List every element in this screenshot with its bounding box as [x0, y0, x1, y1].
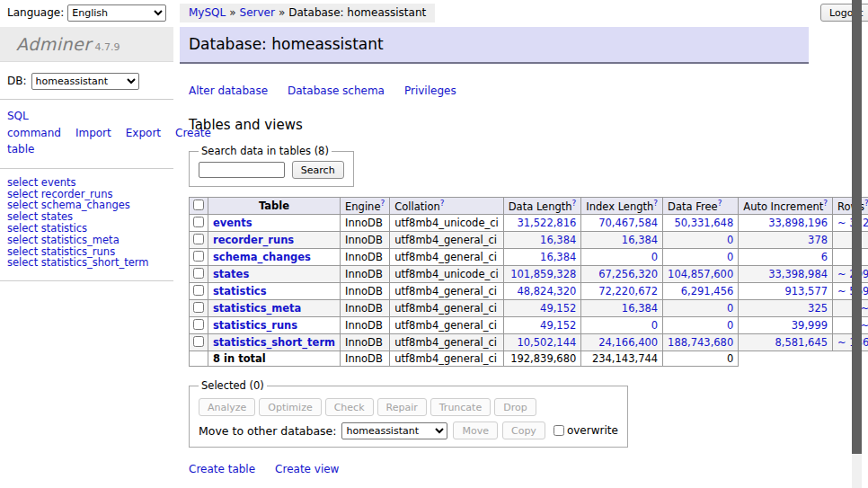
auto-increment-link[interactable]: 33,398,984 — [768, 268, 828, 280]
overwrite-checkbox[interactable] — [554, 425, 564, 436]
data-length-link[interactable]: 49,152 — [540, 302, 576, 315]
index-length-link[interactable]: 16,384 — [622, 234, 658, 246]
collation-cell: utf8mb4_general_ci — [390, 232, 504, 249]
table-name-link-statistics[interactable]: statistics — [213, 285, 267, 297]
table-name-link-schema-changes[interactable]: schema_changes — [213, 251, 311, 263]
table-name-link-statistics-meta[interactable]: statistics_meta — [213, 302, 301, 315]
index-length-link[interactable]: 16,384 — [622, 302, 658, 315]
help-icon[interactable]: ? — [572, 199, 577, 208]
help-icon[interactable]: ? — [653, 199, 658, 208]
search-input[interactable] — [199, 162, 285, 178]
row-checkbox[interactable] — [193, 285, 204, 296]
auto-increment-link[interactable]: 378 — [808, 234, 828, 246]
drop-button[interactable]: Drop — [494, 398, 536, 416]
row-checkbox[interactable] — [193, 251, 204, 262]
analyze-button[interactable]: Analyze — [199, 398, 255, 416]
breadcrumb-server-link[interactable]: Server — [240, 6, 275, 19]
sidebar-table-link-statistics-short-term[interactable]: statistics_short_term — [41, 256, 149, 269]
data-free-link[interactable]: 0 — [727, 234, 733, 246]
auto-increment-link[interactable]: 325 — [808, 302, 828, 315]
repair-button[interactable]: Repair — [377, 398, 427, 416]
table-name-link-recorder-runs[interactable]: recorder_runs — [213, 234, 294, 246]
table-name-link-statistics-runs[interactable]: statistics_runs — [213, 319, 297, 332]
data-free-link[interactable]: 0 — [727, 251, 733, 263]
row-checkbox[interactable] — [193, 234, 204, 244]
truncate-button[interactable]: Truncate — [430, 398, 491, 416]
table-name-cell: statistics_meta — [208, 300, 341, 317]
row-checkbox[interactable] — [193, 336, 204, 347]
data-free-link[interactable]: 50,331,648 — [674, 217, 733, 229]
link-create-table[interactable]: Create table — [189, 463, 255, 475]
adminer-logo-name[interactable]: Adminer — [16, 34, 92, 54]
link-database-schema[interactable]: Database schema — [288, 84, 385, 97]
index-length-link[interactable]: 72,220,672 — [598, 285, 658, 297]
move-button[interactable]: Move — [453, 421, 498, 439]
index-length-link[interactable]: 0 — [651, 319, 658, 332]
optimize-button[interactable]: Optimize — [259, 398, 321, 416]
data-length-cell: 16,384 — [503, 249, 581, 266]
copy-button[interactable]: Copy — [502, 421, 545, 439]
vertical-scrollbar[interactable] — [852, 0, 862, 488]
help-icon[interactable]: ? — [380, 199, 385, 208]
data-length-link[interactable]: 101,859,328 — [510, 268, 576, 280]
row-checkbox[interactable] — [193, 268, 204, 279]
data-free-link[interactable]: 0 — [727, 319, 733, 332]
scrollbar-thumb[interactable] — [852, 0, 862, 454]
search-fieldset: Search data in tables (8) Search — [189, 145, 354, 187]
help-icon[interactable]: ? — [864, 199, 868, 208]
data-length-link[interactable]: 49,152 — [540, 319, 576, 332]
auto-increment-link[interactable]: 6 — [821, 251, 828, 263]
check-button[interactable]: Check — [325, 398, 374, 416]
import-link[interactable]: Import — [75, 127, 111, 139]
link-alter-database[interactable]: Alter database — [189, 84, 268, 97]
data-length-link[interactable]: 16,384 — [540, 234, 576, 246]
help-icon[interactable]: ? — [718, 199, 722, 208]
table-name-link-states[interactable]: states — [213, 268, 249, 280]
engine-cell: InnoDB — [341, 317, 390, 334]
row-checkbox[interactable] — [193, 319, 204, 330]
index-length-link[interactable]: 24,166,400 — [598, 336, 658, 349]
adminer-logo: Adminer4.7.9 — [0, 27, 173, 62]
selected-legend: Selected (0) — [199, 379, 267, 392]
table-name-link-events[interactable]: events — [213, 217, 252, 229]
data-length-link[interactable]: 31,522,816 — [517, 217, 576, 229]
language-select[interactable]: English — [67, 4, 166, 22]
sidebar-select-link-statistics-short-term[interactable]: select — [7, 256, 38, 269]
table-name-link-statistics-short-term[interactable]: statistics_short_term — [213, 336, 335, 349]
index-length-cell: 70,467,584 — [581, 215, 663, 232]
auto-increment-link[interactable]: 33,898,196 — [768, 217, 828, 229]
search-button[interactable]: Search — [292, 161, 344, 179]
data-length-link[interactable]: 16,384 — [540, 251, 576, 263]
index-length-link[interactable]: 67,256,320 — [598, 268, 658, 280]
select-all-checkbox[interactable] — [193, 200, 204, 210]
db-select[interactable]: homeassistant — [31, 73, 139, 90]
sql-command-link[interactable]: SQL command — [7, 110, 61, 139]
column-header-collation: Collation? — [390, 198, 504, 215]
help-icon[interactable]: ? — [440, 199, 445, 208]
data-free-link[interactable]: 188,743,680 — [668, 336, 733, 349]
row-checkbox[interactable] — [193, 217, 204, 227]
data-free-link[interactable]: 104,857,600 — [668, 268, 733, 280]
link-create-view[interactable]: Create view — [275, 463, 339, 475]
row-checkbox[interactable] — [193, 302, 204, 313]
export-link[interactable]: Export — [126, 127, 161, 139]
totals-data-length: 192,839,680 — [503, 351, 581, 367]
search-legend: Search data in tables (8) — [199, 145, 332, 157]
data-free-cell: 6,291,456 — [663, 283, 739, 300]
auto-increment-link[interactable]: 8,581,645 — [775, 336, 828, 349]
data-length-link[interactable]: 10,502,144 — [517, 336, 576, 349]
data-length-link[interactable]: 48,824,320 — [517, 285, 576, 297]
data-free-link[interactable]: 6,291,456 — [681, 285, 734, 297]
index-length-link[interactable]: 70,467,584 — [598, 217, 658, 229]
help-icon[interactable]: ? — [823, 199, 828, 208]
breadcrumb-mysql-link[interactable]: MySQL — [189, 6, 226, 19]
move-db-select[interactable]: homeassistant — [341, 422, 447, 439]
db-label: DB: — [7, 75, 27, 87]
table-row-states: statesInnoDButf8mb4_unicode_ci101,859,32… — [190, 266, 868, 283]
column-header-data-free: Data Free? — [663, 198, 739, 215]
auto-increment-link[interactable]: 39,999 — [792, 319, 828, 332]
index-length-link[interactable]: 0 — [651, 251, 658, 263]
auto-increment-link[interactable]: 913,577 — [784, 285, 828, 297]
link-privileges[interactable]: Privileges — [404, 84, 456, 97]
data-free-link[interactable]: 0 — [727, 302, 733, 315]
